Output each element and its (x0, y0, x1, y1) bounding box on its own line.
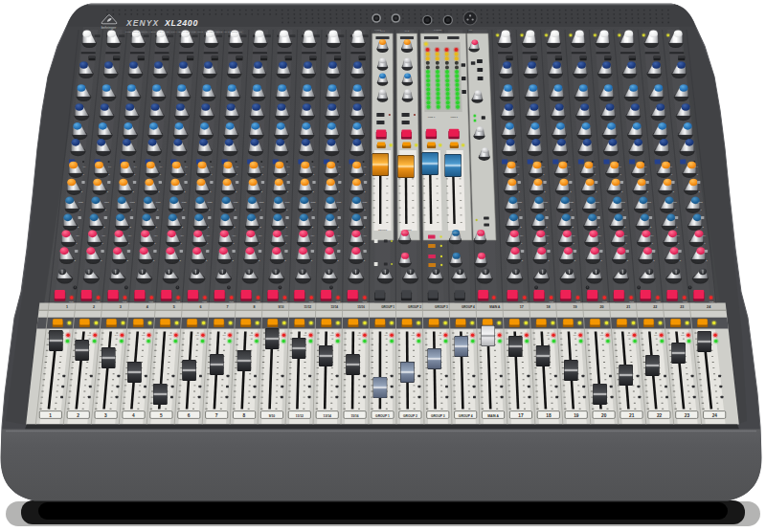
svg-text:MON: MON (234, 201, 238, 203)
svg-text:GROUP 4: GROUP 4 (459, 414, 473, 418)
svg-text:18: 18 (547, 305, 551, 309)
svg-text:MON: MON (156, 201, 161, 203)
svg-text:AUX: AUX (597, 234, 602, 236)
svg-text:MON 1: MON 1 (428, 116, 436, 118)
svg-text:PREMIUM 24-INPUT 4-BUS LIVE MI: PREMIUM 24-INPUT 4-BUS LIVE MIXER WITH X… (125, 31, 242, 33)
svg-text:CLIP: CLIP (250, 335, 253, 336)
svg-text:AUX 1: AUX 1 (402, 232, 409, 233)
svg-text:MON: MON (646, 201, 651, 203)
svg-text:MON: MON (569, 201, 574, 203)
svg-text:23: 23 (680, 305, 684, 309)
svg-text:1: 1 (49, 413, 52, 418)
svg-text:CLIP: CLIP (439, 335, 441, 336)
svg-text:AUX: AUX (206, 234, 211, 236)
svg-text:AUX: AUX (127, 234, 132, 236)
svg-text:17: 17 (518, 413, 524, 418)
svg-text:MON 2: MON 2 (450, 116, 458, 118)
svg-text:21: 21 (629, 413, 635, 418)
svg-text:GROUP 1: GROUP 1 (381, 305, 394, 309)
svg-text:AUX: AUX (336, 234, 341, 236)
svg-text:CLIP: CLIP (169, 335, 171, 336)
svg-text:GROUP 3: GROUP 3 (435, 305, 448, 309)
svg-text:CLIP: CLIP (627, 335, 630, 336)
svg-text:MON 1: MON 1 (452, 232, 459, 233)
svg-text:5: 5 (173, 305, 175, 309)
svg-text:24: 24 (712, 413, 718, 418)
svg-text:18: 18 (546, 413, 552, 418)
svg-text:PHONES: PHONES (434, 29, 442, 31)
svg-text:AUX: AUX (153, 234, 158, 236)
svg-text:21: 21 (626, 305, 630, 309)
svg-text:MAIN A: MAIN A (489, 305, 501, 309)
svg-text:AUX: AUX (649, 234, 654, 236)
svg-text:XL2400: XL2400 (164, 18, 198, 28)
svg-text:15/16: 15/16 (350, 414, 358, 418)
svg-text:CLIP: CLIP (681, 335, 684, 336)
svg-text:MON: MON (337, 201, 342, 203)
svg-text:CLIP: CLIP (412, 335, 415, 336)
svg-text:6: 6 (188, 413, 191, 418)
svg-text:AUX: AUX (232, 234, 237, 236)
svg-text:AUX: AUX (258, 234, 262, 236)
svg-text:15/16: 15/16 (357, 305, 365, 309)
svg-text:AUX: AUX (180, 234, 185, 236)
svg-text:MON: MON (543, 201, 548, 203)
svg-text:CLIP: CLIP (195, 335, 198, 336)
svg-text:CLIP: CLIP (304, 335, 306, 336)
svg-text:GROUP 2: GROUP 2 (408, 305, 421, 309)
svg-text:MON: MON (311, 201, 316, 203)
svg-text:8: 8 (243, 413, 246, 418)
svg-text:LAMPS: LAMPS (374, 29, 381, 31)
svg-text:SEND: SEND (406, 229, 412, 231)
svg-text:20: 20 (599, 305, 603, 309)
svg-text:MON: MON (104, 201, 109, 203)
svg-text:4: 4 (132, 413, 135, 418)
svg-text:AUX: AUX (572, 234, 576, 236)
svg-text:11/12: 11/12 (304, 305, 312, 309)
svg-text:CLIP: CLIP (574, 335, 576, 336)
svg-text:13/14: 13/14 (330, 305, 338, 309)
svg-text:CLIP: CLIP (519, 335, 522, 336)
svg-text:CLIP: CLIP (654, 335, 657, 336)
svg-text:5: 5 (160, 413, 163, 418)
svg-text:GROUP 4: GROUP 4 (462, 305, 475, 309)
svg-text:MON: MON (595, 201, 599, 203)
svg-text:CLIP: CLIP (546, 335, 549, 336)
svg-text:17: 17 (520, 305, 524, 309)
svg-text:7: 7 (215, 413, 218, 418)
svg-text:MON: MON (130, 201, 135, 203)
svg-text:13/14: 13/14 (324, 414, 331, 418)
svg-text:CLIP: CLIP (465, 335, 468, 336)
svg-text:MON: MON (182, 201, 187, 203)
svg-text:9/10: 9/10 (269, 414, 276, 418)
svg-text:MON: MON (79, 201, 83, 203)
svg-text:MON: MON (698, 201, 703, 203)
svg-text:AUX: AUX (363, 234, 368, 236)
svg-text:MON: MON (517, 201, 522, 203)
svg-text:AUX: AUX (284, 234, 289, 236)
svg-text:23: 23 (685, 413, 690, 418)
svg-text:MON: MON (672, 201, 677, 203)
svg-text:AUX: AUX (676, 234, 681, 236)
svg-text:7: 7 (227, 305, 229, 309)
svg-text:CLIP: CLIP (222, 335, 225, 336)
svg-text:1: 1 (66, 305, 68, 309)
svg-text:XENYX: XENYX (125, 18, 160, 28)
svg-text:3: 3 (104, 413, 107, 418)
svg-text:CLIP: CLIP (88, 335, 91, 336)
svg-text:AUX: AUX (545, 234, 550, 236)
svg-text:6: 6 (200, 305, 202, 309)
svg-text:22: 22 (657, 413, 663, 418)
svg-text:AUX: AUX (519, 234, 524, 236)
svg-text:MON: MON (285, 201, 290, 203)
svg-text:19: 19 (574, 413, 579, 418)
svg-text:behringer: behringer (101, 26, 117, 30)
svg-text:GROUP 3: GROUP 3 (431, 414, 445, 418)
svg-text:CLIP: CLIP (115, 335, 118, 336)
svg-text:CLIP: CLIP (357, 335, 360, 336)
svg-text:3: 3 (120, 305, 122, 309)
svg-text:9/10: 9/10 (278, 305, 283, 309)
svg-text:MIC: MIC (469, 29, 473, 31)
svg-text:20: 20 (601, 413, 607, 418)
svg-text:11/12: 11/12 (296, 414, 304, 418)
